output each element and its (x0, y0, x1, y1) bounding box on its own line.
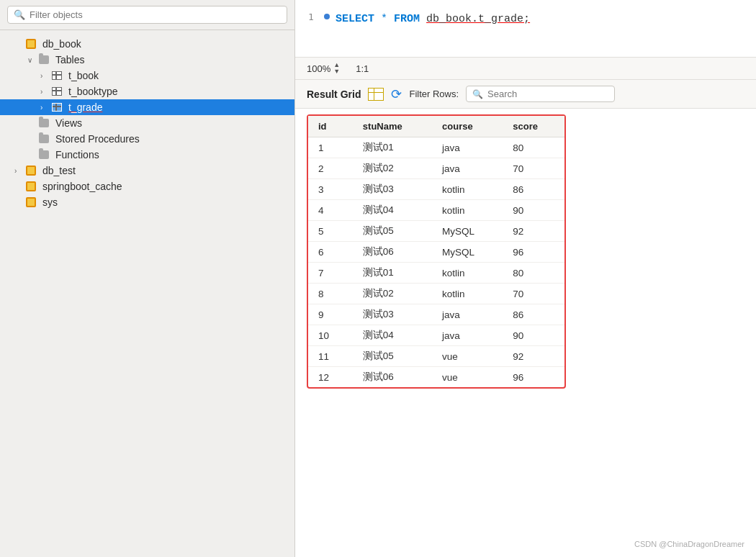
sidebar-item-functions[interactable]: Functions (0, 147, 294, 163)
table-cell-course: kotlin (432, 179, 503, 200)
sidebar-label-sys: sys (42, 196, 58, 208)
result-grid-label: Result Grid (307, 89, 361, 100)
table-cell-score: 70 (503, 158, 564, 179)
table-cell-score: 70 (503, 284, 564, 304)
sidebar-item-db-test[interactable]: › db_test (0, 163, 294, 178)
table-cell-stuName: 测试04 (353, 200, 432, 221)
table-cell-stuName: 测试01 (353, 137, 432, 158)
data-table-wrap: id stuName course score 1测试01java802测试02… (295, 109, 756, 557)
sidebar-item-tables[interactable]: ∨ Tables (0, 52, 294, 68)
table-cell-id: 4 (308, 200, 353, 221)
keyword-star: * (381, 13, 394, 25)
sql-line: 1 SELECT * FROM db_book.t_grade; (308, 12, 743, 28)
table-cell-course: kotlin (432, 200, 503, 221)
table-cell-course: MySQL (432, 221, 503, 242)
col-header-id: id (308, 116, 353, 137)
table-icon (52, 86, 65, 96)
table-cell-id: 10 (308, 325, 353, 346)
table-cell-stuName: 测试04 (353, 325, 432, 346)
table-row[interactable]: 4测试04kotlin90 (308, 200, 564, 221)
table-cell-id: 2 (308, 158, 353, 179)
filter-input-wrap[interactable]: 🔍 (7, 6, 287, 24)
sql-text[interactable]: SELECT * FROM db_book.t_grade; (336, 12, 530, 28)
table-row[interactable]: 7测试01kotlin80 (308, 263, 564, 284)
zoom-arrows[interactable]: ▲ ▼ (333, 62, 340, 75)
sidebar-label-springboot-cache: springboot_cache (42, 181, 122, 192)
table-cell-course: java (432, 158, 503, 179)
table-icon-selected (52, 102, 65, 112)
table-row[interactable]: 3测试03kotlin86 (308, 179, 564, 200)
table-cell-score: 96 (503, 242, 564, 263)
sidebar-label-db-book: db_book (42, 38, 81, 50)
db-icon (26, 181, 39, 191)
table-cell-course: java (432, 304, 503, 325)
filter-input[interactable] (30, 9, 281, 20)
db-icon (26, 197, 39, 207)
table-cell-score: 96 (503, 367, 564, 388)
col-header-course: course (432, 116, 503, 137)
sidebar-item-t-grade[interactable]: › t_grade (0, 99, 294, 115)
sidebar-item-springboot-cache[interactable]: springboot_cache (0, 178, 294, 194)
col-header-score: score (503, 116, 564, 137)
table-cell-score: 86 (503, 304, 564, 325)
table-cell-score: 92 (503, 221, 564, 242)
db-icon (26, 166, 39, 176)
table-cell-score: 86 (503, 179, 564, 200)
sidebar-label-views: Views (55, 117, 82, 129)
table-cell-course: java (432, 325, 503, 346)
table-cell-stuName: 测试02 (353, 284, 432, 304)
table-row[interactable]: 8测试02kotlin70 (308, 284, 564, 304)
search-input-wrap[interactable]: 🔍 (466, 86, 615, 102)
table-cell-stuName: 测试06 (353, 367, 432, 388)
data-table: id stuName course score 1测试01java802测试02… (308, 116, 564, 387)
folder-icon (39, 134, 52, 144)
table-cell-stuName: 测试02 (353, 158, 432, 179)
sidebar-item-views[interactable]: Views (0, 115, 294, 131)
sidebar-item-t-book[interactable]: › t_book (0, 68, 294, 83)
zoom-control[interactable]: 100% ▲ ▼ (307, 62, 340, 75)
sidebar-label-stored-procedures: Stored Procedures (55, 133, 140, 145)
grid-icon[interactable] (368, 88, 384, 101)
chevron-icon: › (40, 104, 50, 112)
table-cell-score: 80 (503, 263, 564, 284)
table-row[interactable]: 2测试02java70 (308, 158, 564, 179)
table-cell-id: 12 (308, 367, 353, 388)
ratio-text: 1:1 (356, 63, 369, 74)
table-cell-id: 8 (308, 284, 353, 304)
db-icon (26, 39, 39, 49)
filter-rows-label: Filter Rows: (409, 89, 459, 99)
table-row[interactable]: 9测试03java86 (308, 304, 564, 325)
filter-search-icon: 🔍 (14, 9, 25, 20)
table-row[interactable]: 1测试01java80 (308, 137, 564, 158)
table-cell-stuName: 测试03 (353, 179, 432, 200)
table-cell-id: 11 (308, 346, 353, 367)
table-cell-score: 90 (503, 200, 564, 221)
table-row[interactable]: 10测试04java90 (308, 325, 564, 346)
keyword-from: FROM (394, 13, 420, 25)
search-input[interactable] (487, 89, 608, 99)
sidebar-item-t-booktype[interactable]: › t_booktype (0, 83, 294, 99)
table-cell-stuName: 测试01 (353, 263, 432, 284)
table-icon (52, 71, 65, 81)
table-cell-stuName: 测试06 (353, 242, 432, 263)
table-cell-id: 3 (308, 179, 353, 200)
result-grid-header: Result Grid ⟳ Filter Rows: 🔍 (295, 80, 756, 109)
zoom-down-arrow[interactable]: ▼ (333, 68, 340, 75)
table-row[interactable]: 12测试06vue96 (308, 367, 564, 388)
table-cell-stuName: 测试05 (353, 346, 432, 367)
sidebar-label-t-book: t_book (68, 70, 99, 81)
sql-editor: 1 SELECT * FROM db_book.t_grade; (295, 0, 756, 58)
sidebar-item-stored-procedures[interactable]: Stored Procedures (0, 131, 294, 147)
sidebar-item-sys[interactable]: sys (0, 194, 294, 210)
sidebar-item-db-book[interactable]: db_book (0, 36, 294, 52)
table-row[interactable]: 5测试05MySQL92 (308, 221, 564, 242)
table-row[interactable]: 6测试06MySQL96 (308, 242, 564, 263)
chevron-icon: ∨ (27, 56, 37, 64)
refresh-icon[interactable]: ⟳ (391, 86, 402, 102)
folder-icon (39, 55, 52, 65)
table-row[interactable]: 11测试05vue92 (308, 346, 564, 367)
table-cell-course: kotlin (432, 263, 503, 284)
table-body: 1测试01java802测试02java703测试03kotlin864测试04… (308, 137, 564, 388)
table-cell-id: 7 (308, 263, 353, 284)
chevron-icon: › (40, 88, 50, 96)
